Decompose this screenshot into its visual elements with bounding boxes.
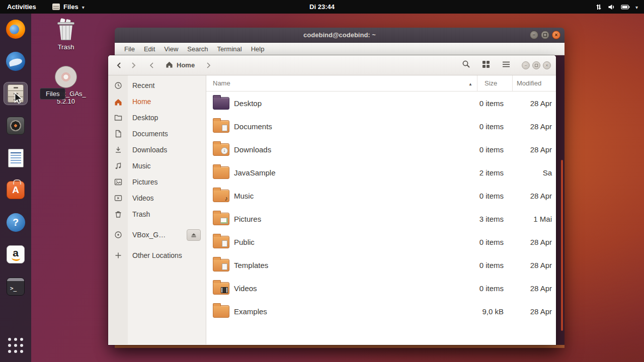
list-view-button[interactable] — [499, 58, 514, 72]
desktop: Activities Files Di 23:44 A ? a — [0, 0, 644, 362]
sidebar-item-other-locations[interactable]: Other Locations — [108, 247, 206, 263]
photo-icon — [108, 178, 128, 186]
folder-music-icon — [213, 190, 229, 202]
grid-view-button[interactable] — [478, 58, 494, 72]
list-header: Name Size Modified — [206, 75, 556, 92]
dock-item-thunderbird[interactable] — [4, 50, 28, 73]
clock[interactable]: Di 23:44 — [309, 3, 335, 11]
terminal-title: codebind@codebind: ~ — [115, 31, 565, 39]
plus-icon — [108, 252, 128, 259]
file-row-desktop[interactable]: Desktop 0 items28 Apr — [206, 92, 556, 115]
folder-templates-icon — [213, 259, 229, 272]
app-menu[interactable]: Files — [48, 0, 89, 14]
show-applications-button[interactable] — [4, 334, 28, 357]
terminal-titlebar[interactable]: codebind@codebind: ~ − × — [115, 28, 565, 43]
back-button[interactable] — [112, 58, 126, 72]
terminal-window-controls: − × — [530, 31, 565, 39]
cd-disc-icon — [108, 231, 128, 239]
tab-scroll-left-icon[interactable] — [147, 59, 156, 71]
close-button[interactable]: × — [543, 61, 551, 69]
minimize-button[interactable]: − — [522, 61, 530, 69]
terminal-scrollbar[interactable] — [561, 160, 563, 331]
network-icon — [595, 4, 602, 11]
home-icon — [166, 61, 173, 70]
file-row-templates[interactable]: Templates 0 items28 Apr — [206, 253, 556, 277]
chevron-down-icon — [635, 3, 638, 11]
sort-ascending-icon — [468, 79, 472, 87]
file-row-videos[interactable]: Videos 0 items28 Apr — [206, 277, 556, 300]
file-row-javasample[interactable]: JavaSample 2 itemsSa — [206, 161, 556, 184]
files-content: Recent Home Desktop Documents Downloads — [108, 75, 556, 344]
tab-scroll-right-icon[interactable] — [204, 59, 213, 71]
search-icon — [462, 60, 470, 70]
dock-item-ubuntu-software[interactable]: A — [4, 178, 28, 202]
files-headerbar[interactable]: Home − — [108, 55, 556, 75]
dock-item-libreoffice-writer[interactable] — [4, 146, 28, 169]
menu-file[interactable]: File — [120, 44, 139, 54]
grid-icon — [8, 338, 23, 353]
file-row-music[interactable]: Music 0 items28 Apr — [206, 184, 556, 207]
files-window: Home − — [108, 55, 556, 345]
chevron-down-icon — [82, 3, 85, 11]
desktop-icon-trash[interactable]: Trash — [50, 18, 82, 51]
file-row-pictures[interactable]: Pictures 3 items1 Mai — [206, 207, 556, 230]
menu-terminal[interactable]: Terminal — [213, 44, 247, 54]
sidebar-item-home[interactable]: Home — [108, 94, 206, 110]
sidebar-item-documents[interactable]: Documents — [108, 126, 206, 142]
sidebar-item-music[interactable]: Music — [108, 158, 206, 174]
menu-view[interactable]: View — [159, 44, 183, 54]
trash-icon — [55, 18, 77, 41]
dock-item-terminal[interactable]: >_ — [4, 275, 28, 298]
sidebar-item-downloads[interactable]: Downloads — [108, 142, 206, 158]
sidebar-item-pictures[interactable]: Pictures — [108, 174, 206, 190]
dock-tooltip: Files — [40, 88, 65, 100]
dock-item-help[interactable]: ? — [4, 211, 28, 234]
sidebar-item-vbox[interactable]: VBox_G… — [108, 227, 206, 243]
file-row-documents[interactable]: Documents 0 items28 Apr — [206, 115, 556, 138]
column-header-name[interactable]: Name — [206, 75, 477, 91]
dock-item-rhythmbox[interactable] — [4, 114, 28, 137]
sidebar-item-desktop[interactable]: Desktop — [108, 110, 206, 126]
folder-downloads-icon — [213, 143, 229, 156]
activities-button[interactable]: Activities — [0, 0, 43, 14]
folder-icon — [213, 305, 229, 318]
menu-help[interactable]: Help — [247, 44, 269, 54]
path-tab-label: Home — [177, 61, 195, 69]
dock-item-firefox[interactable] — [4, 18, 28, 41]
rhythmbox-icon — [7, 117, 25, 135]
help-icon: ? — [7, 213, 25, 232]
grid-view-icon — [482, 60, 490, 70]
search-button[interactable] — [458, 58, 473, 72]
system-tray[interactable] — [592, 0, 641, 14]
desktop-icon-label: Trash — [50, 43, 82, 51]
sidebar-item-recent[interactable]: Recent — [108, 77, 206, 94]
column-header-modified[interactable]: Modified — [513, 75, 556, 91]
maximize-button[interactable] — [541, 31, 549, 39]
file-row-downloads[interactable]: Downloads 0 items28 Apr — [206, 138, 556, 161]
list-rows: Desktop 0 items28 Apr Documents 0 items2… — [206, 92, 556, 344]
path-tab-home[interactable]: Home — [157, 59, 203, 72]
folder-icon — [108, 114, 128, 121]
forward-button[interactable] — [126, 58, 140, 72]
sidebar-item-videos[interactable]: Videos — [108, 190, 206, 206]
dock-item-amazon[interactable]: a — [4, 243, 28, 266]
clock-icon — [108, 81, 128, 89]
file-row-public[interactable]: Public 0 items28 Apr — [206, 230, 556, 253]
close-button[interactable]: × — [552, 31, 560, 39]
menu-edit[interactable]: Edit — [139, 44, 159, 54]
eject-button[interactable] — [187, 229, 201, 241]
music-note-icon — [108, 162, 128, 170]
minimize-button[interactable]: − — [530, 31, 538, 39]
dock: A ? a >_ — [0, 14, 31, 362]
file-row-examples[interactable]: Examples 9,0 kB28 Apr — [206, 300, 556, 323]
sidebar-item-trash[interactable]: Trash — [108, 206, 206, 222]
folder-icon — [213, 166, 229, 179]
document-icon — [108, 130, 128, 138]
maximize-button[interactable] — [532, 61, 540, 69]
list-view-icon — [502, 61, 510, 70]
column-header-size[interactable]: Size — [477, 75, 513, 91]
menu-search[interactable]: Search — [183, 44, 212, 54]
folder-pictures-icon — [213, 213, 229, 225]
volume-icon — [608, 4, 615, 11]
top-bar: Activities Files Di 23:44 — [0, 0, 644, 14]
